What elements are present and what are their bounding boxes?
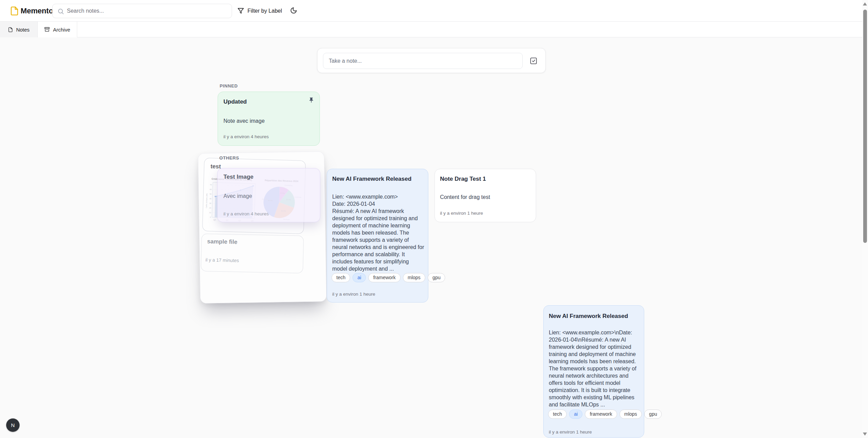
note-body: Lien: <www.example.com> Date: 2026-01-04… — [332, 193, 424, 272]
archive-icon — [44, 27, 50, 32]
svg-text:20: 20 — [209, 207, 211, 209]
checkbox-icon — [530, 57, 537, 65]
svg-text:30: 30 — [209, 202, 211, 204]
search-box — [52, 4, 232, 18]
tag-list: tech ai framework mlops gpu — [548, 410, 662, 419]
note-timestamp: il y a environ 1 heure — [440, 211, 483, 216]
tab-archive-label: Archive — [53, 27, 70, 33]
section-pinned-label: PINNED — [220, 83, 238, 88]
tag-tech[interactable]: tech — [332, 273, 350, 282]
scrollbar-thumb[interactable] — [863, 10, 867, 243]
svg-text:0: 0 — [210, 216, 211, 218]
section-others-label: OTHERS — [219, 155, 239, 161]
tag-gpu[interactable]: gpu — [428, 273, 445, 282]
note-timestamp: il y a environ 4 heures — [223, 134, 269, 139]
tab-archive[interactable]: Archive — [38, 22, 77, 37]
tag-tech[interactable]: tech — [548, 410, 567, 419]
filter-icon — [238, 8, 244, 14]
svg-text:50: 50 — [210, 193, 212, 195]
memento-app: Memento Filter by Label Notes Archive — [0, 0, 868, 438]
take-a-note-input[interactable] — [323, 53, 523, 69]
note-timestamp: il y a environ 4 heures — [223, 211, 269, 216]
note-timestamp: il y a environ 1 heure — [549, 429, 592, 435]
note-card-sample-file-ghost[interactable]: sample file il y a 17 minutes — [201, 234, 304, 273]
scrollbar-up-arrow[interactable] — [863, 2, 867, 5]
note-title: Test Image — [223, 174, 254, 180]
scrollbar-down-arrow[interactable] — [863, 433, 867, 436]
svg-text:Chiffre d'affaires (M€): Chiffre d'affaires (M€) — [206, 193, 208, 208]
tag-framework[interactable]: framework — [585, 410, 617, 419]
svg-text:10: 10 — [209, 212, 211, 214]
tag-framework[interactable]: framework — [368, 273, 400, 282]
note-card-test-image-drag-overlay[interactable]: Test Image Avec image il y a environ 4 h… — [217, 168, 320, 222]
user-avatar[interactable]: N — [6, 418, 20, 432]
note-title: New AI Framework Released — [332, 176, 412, 182]
tab-notes[interactable]: Notes — [0, 22, 38, 37]
svg-text:40: 40 — [209, 198, 211, 200]
svg-text:60: 60 — [210, 188, 212, 190]
note-body: Lien: <www.example.com>\nDate: 2026-01-0… — [549, 329, 640, 408]
filter-by-label-button[interactable]: Filter by Label — [235, 0, 284, 22]
memento-logo-icon — [10, 6, 19, 16]
pin-icon[interactable] — [308, 97, 314, 103]
vertical-scrollbar — [862, 0, 868, 438]
svg-text:70: 70 — [210, 184, 212, 186]
search-input[interactable] — [53, 4, 232, 18]
note-title: sample file — [207, 238, 237, 246]
tag-ai[interactable]: ai — [569, 410, 582, 419]
note-title: Note Drag Test 1 — [440, 176, 486, 182]
note-card-ai-framework-2[interactable]: New AI Framework Released Lien: <www.exa… — [543, 305, 644, 438]
note-title: New AI Framework Released — [549, 313, 628, 320]
filter-by-label-text: Filter by Label — [247, 8, 282, 14]
avatar-initial: N — [11, 422, 15, 428]
tag-ai[interactable]: ai — [352, 273, 366, 282]
tab-notes-label: Notes — [16, 27, 30, 33]
note-card-updated[interactable]: Updated Note avec image il y a environ 4… — [218, 92, 320, 146]
app-title: Memento — [21, 0, 53, 22]
tag-list: tech ai framework mlops gpu — [332, 273, 445, 282]
svg-text:Q1: Q1 — [213, 218, 216, 221]
tag-mlops[interactable]: mlops — [620, 410, 642, 419]
checklist-button[interactable] — [530, 57, 537, 65]
moon-icon — [290, 7, 297, 14]
note-timestamp: il y a 17 minutes — [205, 257, 239, 263]
dark-mode-toggle[interactable] — [290, 7, 298, 15]
note-card-drag-test-1[interactable]: Note Drag Test 1 Content for drag test i… — [435, 169, 536, 222]
note-file-icon — [8, 27, 13, 32]
note-composer — [317, 48, 546, 73]
header: Memento Filter by Label — [0, 0, 868, 22]
note-body: Content for drag test — [440, 193, 490, 201]
note-body: Note avec image — [223, 117, 265, 125]
tag-mlops[interactable]: mlops — [403, 273, 425, 282]
note-timestamp: il y a environ 1 heure — [332, 292, 375, 297]
note-card-ai-framework-1[interactable]: New AI Framework Released Lien: <www.exa… — [327, 169, 428, 303]
note-title: Updated — [223, 98, 247, 105]
note-body: Avec image — [223, 193, 252, 199]
tab-bar: Notes Archive — [0, 22, 868, 37]
tag-gpu[interactable]: gpu — [644, 410, 662, 419]
